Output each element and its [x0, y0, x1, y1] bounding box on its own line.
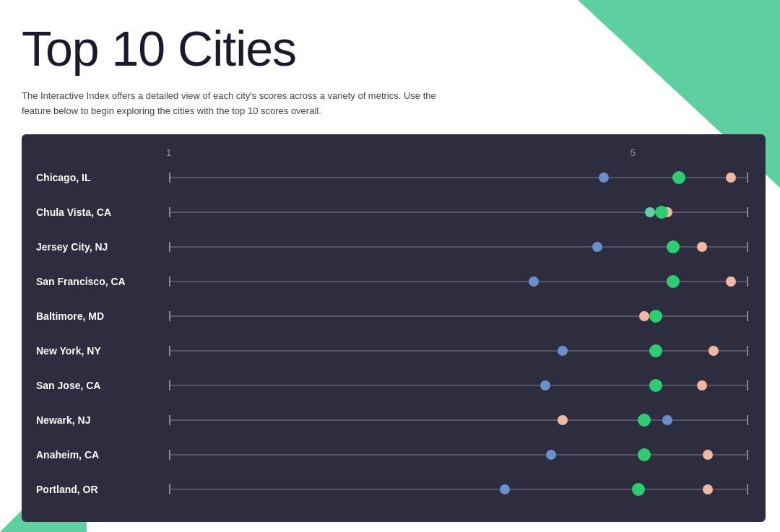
city-name: Newark, NJ	[36, 414, 166, 426]
dot-peach	[726, 173, 736, 183]
dot-track	[169, 281, 748, 282]
dot-track	[169, 385, 748, 386]
dot-green	[672, 171, 685, 184]
dot-green	[649, 344, 662, 357]
city-row: Chicago, IL	[36, 161, 751, 194]
dot-blue	[592, 242, 602, 252]
dot-blue	[599, 173, 609, 183]
city-row: Baltimore, MD	[36, 300, 751, 333]
dot-blue	[546, 450, 556, 460]
city-name: Anaheim, CA	[36, 449, 166, 461]
city-row: New York, NY	[36, 334, 751, 367]
dot-blue	[500, 484, 510, 494]
dot-green	[667, 275, 680, 288]
dot-peach	[726, 276, 736, 287]
dot-peach	[703, 450, 713, 460]
page-wrapper: Top 10 Cities The Interactive Index offe…	[0, 0, 780, 532]
city-name: San Jose, CA	[36, 380, 166, 391]
dot-green	[655, 206, 668, 219]
dot-peach	[697, 242, 707, 252]
dot-track	[169, 315, 748, 317]
dot-track	[169, 454, 748, 455]
dot-green	[632, 483, 645, 496]
dot-peach	[703, 484, 713, 494]
city-row: Portland, OR	[36, 473, 751, 506]
city-row: Newark, NJ	[36, 404, 751, 437]
dot-track	[169, 489, 748, 490]
axis-max-label: 5	[630, 147, 636, 158]
page-title: Top 10 Cities	[22, 22, 758, 76]
city-row: San Jose, CA	[36, 369, 751, 402]
city-name: Chicago, IL	[36, 172, 166, 183]
city-name: San Francisco, CA	[36, 276, 166, 287]
dot-track	[169, 212, 748, 213]
city-name: Chula Vista, CA	[36, 206, 166, 218]
dot-blue	[540, 380, 550, 391]
dot-green	[649, 310, 662, 323]
dot-blue	[662, 415, 672, 425]
dot-peach	[558, 415, 568, 425]
dot-peach	[697, 380, 707, 391]
city-row: Chula Vista, CA	[36, 196, 751, 229]
city-name: Portland, OR	[36, 484, 166, 495]
city-name: New York, NY	[36, 345, 166, 357]
dot-track	[169, 246, 748, 248]
dot-track	[169, 419, 748, 421]
dot-blue	[529, 276, 539, 287]
axis-min-label: 1	[166, 147, 171, 158]
city-row: Anaheim, CA	[36, 438, 751, 471]
dot-green	[638, 414, 651, 427]
city-row: Jersey City, NJ	[36, 230, 751, 263]
subtitle: The Interactive Index offers a detailed …	[22, 89, 441, 119]
city-rows-container: Chicago, ILChula Vista, CAJersey City, N…	[36, 161, 751, 506]
dot-green	[667, 240, 680, 253]
dot-peach	[708, 346, 719, 356]
dot-green	[638, 448, 651, 461]
content-area: Top 10 Cities The Interactive Index offe…	[0, 0, 780, 532]
city-name: Baltimore, MD	[36, 310, 166, 322]
axis-labels: 1 5	[36, 147, 751, 158]
dot-green	[649, 379, 662, 392]
city-row: San Francisco, CA	[36, 265, 751, 298]
dot-blue	[558, 346, 568, 356]
dot-teal	[645, 207, 655, 217]
dot-peach	[639, 311, 649, 321]
chart-container: 1 5 Chicago, ILChula Vista, CAJersey Cit…	[22, 134, 766, 522]
dot-track	[169, 350, 748, 352]
dot-track	[169, 177, 748, 178]
city-name: Jersey City, NJ	[36, 241, 166, 253]
